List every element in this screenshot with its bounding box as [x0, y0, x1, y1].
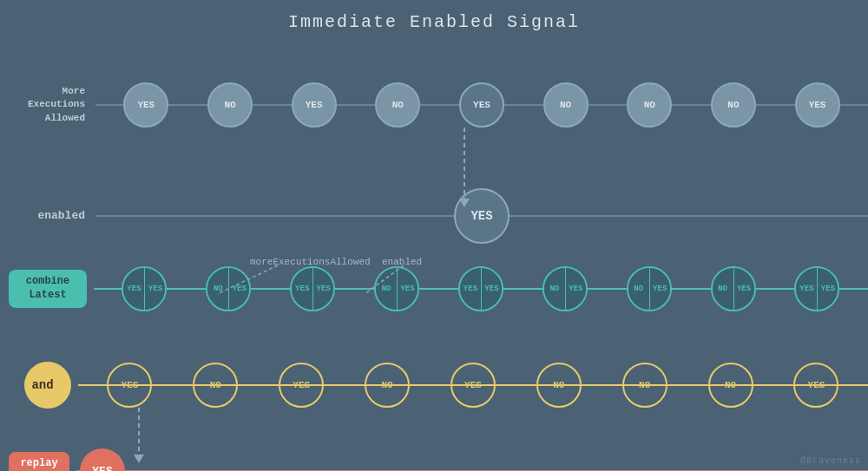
node-cl-2: NOYES — [206, 266, 251, 311]
node-and-6: NO — [536, 363, 582, 408]
node-and-8: NO — [708, 363, 753, 408]
node-cl-5: YESYES — [458, 266, 503, 311]
label-more-executions: MoreExecutionsAllowed — [0, 85, 95, 125]
nodes-enabled: YES — [95, 188, 868, 244]
nodes-combine: YESYES NOYES YESYES NOYES YESYES NOYES N… — [94, 266, 868, 311]
node-cl-8: NOYES — [711, 266, 756, 311]
node-replay-yes: YES — [80, 448, 125, 471]
timeline-combine: YESYES NOYES YESYES NOYES YESYES NOYES N… — [94, 266, 868, 311]
node-me-1: YES — [123, 82, 168, 128]
node-and-9: YES — [793, 363, 838, 408]
node-cl-3: YESYES — [290, 266, 335, 311]
node-me-4: NO — [375, 82, 420, 128]
node-me-2: NO — [207, 82, 253, 128]
diagram-title: Immediate Enabled Signal — [0, 0, 868, 32]
timeline-enabled: YES — [95, 188, 868, 244]
nodes-more-executions: YES NO YES NO YES NO NO NO YES — [95, 82, 868, 128]
timeline-and: YES NO YES NO YES NO NO NO YES — [78, 363, 868, 408]
label-replay-last: replayLast — [9, 452, 69, 471]
node-me-8: NO — [711, 82, 756, 128]
node-and-1: YES — [107, 363, 152, 408]
nodes-and: YES NO YES NO YES NO NO NO YES — [78, 363, 868, 408]
node-me-9: YES — [795, 82, 840, 128]
node-cl-4: NOYES — [374, 266, 419, 311]
node-cl-6: NOYES — [542, 266, 588, 311]
nodes-replay: YES — [76, 448, 868, 471]
timeline-more-executions: YES NO YES NO YES NO NO NO YES — [95, 82, 868, 128]
node-enabled-yes: YES — [454, 188, 510, 244]
node-me-7: NO — [627, 82, 672, 128]
row-and: and YES NO YES NO YES NO NO NO YES — [0, 362, 868, 409]
node-me-5: YES — [459, 82, 504, 128]
label-and: and — [24, 362, 71, 409]
node-and-3: YES — [279, 363, 324, 408]
node-and-7: NO — [622, 363, 667, 408]
watermark: @Braveness — [800, 456, 861, 466]
node-me-3: YES — [292, 82, 337, 128]
row-more-executions: MoreExecutionsAllowed YES NO YES NO YES … — [0, 82, 868, 128]
node-and-2: NO — [193, 363, 238, 408]
timeline-replay: YES — [76, 448, 868, 471]
node-cl-1: YESYES — [122, 266, 167, 311]
node-me-6: NO — [543, 82, 589, 128]
label-enabled: enabled — [0, 209, 95, 224]
row-enabled: enabled YES — [0, 188, 868, 244]
row-combine-latest: combineLatest YESYES NOYES YESYES NOYES … — [0, 266, 868, 311]
node-cl-9: YESYES — [794, 266, 839, 311]
node-cl-7: NOYES — [627, 266, 672, 311]
row-replay-last: replayLast YES — [0, 448, 868, 471]
label-combine-latest: combineLatest — [9, 270, 87, 307]
node-and-4: NO — [365, 363, 410, 408]
node-and-5: YES — [450, 363, 496, 408]
